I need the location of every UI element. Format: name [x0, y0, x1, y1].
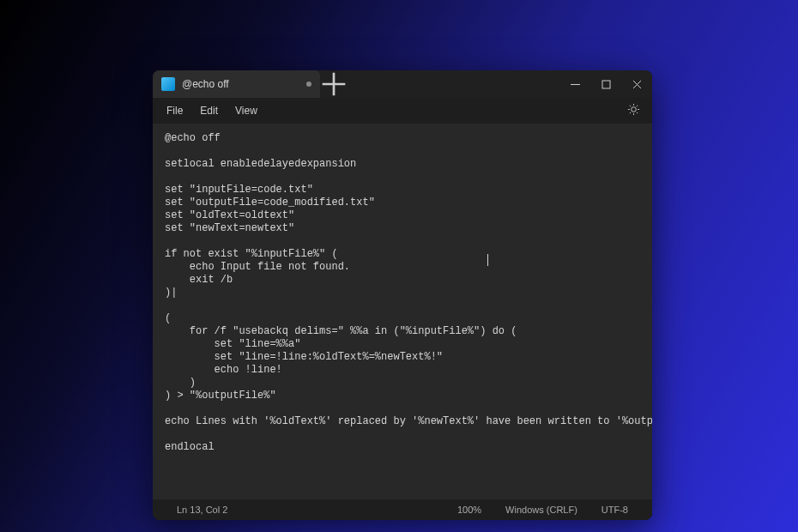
gear-icon [627, 103, 640, 116]
menu-file[interactable]: File [158, 101, 191, 120]
minimize-button[interactable] [559, 70, 590, 98]
file-icon [161, 77, 175, 91]
menu-edit[interactable]: Edit [191, 101, 227, 120]
menubar: File Edit View [153, 98, 652, 124]
status-zoom[interactable]: 100% [445, 505, 493, 515]
menu-view[interactable]: View [227, 101, 266, 120]
editor-window: @echo off File Edit View [153, 70, 652, 520]
close-button[interactable] [621, 70, 652, 98]
editor-area[interactable]: @echo off setlocal enabledelayedexpansio… [153, 124, 652, 499]
text-cursor-icon [487, 254, 488, 266]
tab-title: @echo off [182, 78, 299, 90]
statusbar: Ln 13, Col 2 100% Windows (CRLF) UTF-8 [153, 499, 652, 520]
titlebar: @echo off [153, 70, 652, 98]
status-encoding[interactable]: UTF-8 [589, 505, 640, 515]
titlebar-drag-area[interactable] [348, 70, 559, 98]
active-tab[interactable]: @echo off [153, 70, 320, 98]
code-content[interactable]: @echo off setlocal enabledelayedexpansio… [165, 132, 640, 454]
maximize-button[interactable] [590, 70, 621, 98]
status-position[interactable]: Ln 13, Col 2 [165, 505, 239, 515]
new-tab-button[interactable] [320, 70, 348, 98]
window-controls [559, 70, 652, 98]
unsaved-indicator-icon [306, 82, 311, 87]
status-lineending[interactable]: Windows (CRLF) [493, 505, 589, 515]
settings-button[interactable] [620, 100, 647, 123]
svg-rect-0 [602, 81, 610, 88]
